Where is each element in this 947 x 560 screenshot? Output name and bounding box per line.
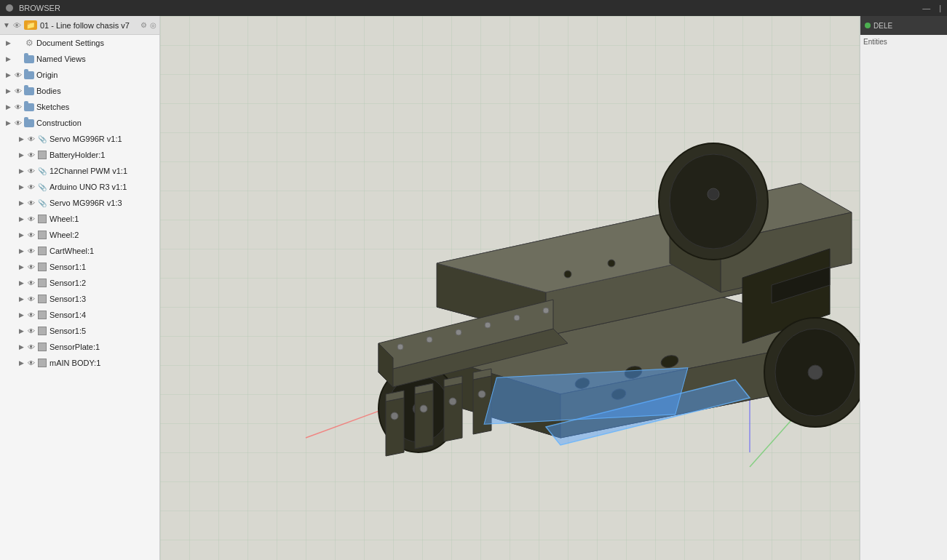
eye-icon-origin[interactable]: 👁 bbox=[13, 70, 23, 80]
tree-label-wheel2: Wheel:2 bbox=[49, 231, 79, 239]
tree-item-sensor2[interactable]: ▶👁Sensor1:2 bbox=[0, 275, 159, 291]
title-bar-pipe: | bbox=[939, 4, 941, 12]
eye-icon-wheel1[interactable]: 👁 bbox=[26, 214, 36, 224]
tree-item-pwm[interactable]: ▶👁📎12Channel PWM v1:1 bbox=[0, 163, 159, 179]
eye-icon-construction[interactable]: 👁 bbox=[13, 118, 23, 128]
tree-item-servo3[interactable]: ▶👁📎Servo MG996R v1:3 bbox=[0, 195, 159, 211]
svg-point-33 bbox=[543, 308, 549, 313]
tree-toggle-wheel2[interactable]: ▶ bbox=[16, 230, 26, 240]
doc-settings-icon[interactable]: ⚙ bbox=[140, 21, 147, 29]
document-tab-label: 01 - Line follow chasis v7 bbox=[40, 21, 138, 30]
eye-icon-battery[interactable]: 👁 bbox=[26, 150, 36, 160]
tree-icon-servo3: 📎 bbox=[36, 197, 48, 209]
eye-icon-bodies[interactable]: 👁 bbox=[13, 86, 23, 96]
eye-icon[interactable]: 👁 bbox=[13, 21, 21, 30]
tree-label-sensor5: Sensor1:5 bbox=[49, 327, 86, 335]
tree-icon-cartwheel bbox=[36, 245, 48, 257]
tree-toggle-sensorplate[interactable]: ▶ bbox=[16, 342, 26, 352]
tree-toggle-battery[interactable]: ▶ bbox=[16, 150, 26, 160]
tree-icon-named-views bbox=[23, 53, 35, 65]
eye-icon-sketches[interactable]: 👁 bbox=[13, 102, 23, 112]
tree-toggle-sensor1[interactable]: ▶ bbox=[16, 262, 26, 272]
tree-toggle-construction[interactable]: ▶ bbox=[3, 118, 13, 128]
tree-label-bodies: Bodies bbox=[36, 87, 61, 95]
folder-icon-origin bbox=[24, 71, 34, 79]
eye-icon-sensorplate[interactable]: 👁 bbox=[26, 342, 36, 352]
tree-item-servo1[interactable]: ▶👁📎Servo MG996R v1:1 bbox=[0, 131, 159, 147]
tree-icon-sketches bbox=[23, 101, 35, 113]
tree-item-mainbody[interactable]: ▶👁mAIN BODY:1 bbox=[0, 355, 159, 371]
tree-toggle-cartwheel[interactable]: ▶ bbox=[16, 246, 26, 256]
tree-icon-sensor3 bbox=[36, 293, 48, 305]
tree-toggle-sketches[interactable]: ▶ bbox=[3, 102, 13, 112]
eye-icon-cartwheel[interactable]: 👁 bbox=[26, 246, 36, 256]
tree-item-origin[interactable]: ▶👁Origin bbox=[0, 67, 159, 83]
eye-icon-wheel2[interactable]: 👁 bbox=[26, 230, 36, 240]
eye-icon-arduino[interactable]: 👁 bbox=[26, 182, 36, 192]
robot-model-svg bbox=[306, 60, 860, 554]
tree-item-construction[interactable]: ▶👁Construction bbox=[0, 115, 159, 131]
svg-point-24 bbox=[708, 188, 719, 200]
eye-icon-servo1[interactable]: 👁 bbox=[26, 134, 36, 144]
right-panel-title: DELE bbox=[873, 22, 892, 30]
eye-icon-servo3[interactable]: 👁 bbox=[26, 198, 36, 208]
document-tab[interactable]: ▼ 👁 📁 01 - Line follow chasis v7 ⚙ ◎ bbox=[0, 16, 159, 35]
tree-item-wheel2[interactable]: ▶👁Wheel:2 bbox=[0, 227, 159, 243]
tree-item-sensor5[interactable]: ▶👁Sensor1:5 bbox=[0, 323, 159, 339]
tree-icon-wheel1 bbox=[36, 213, 48, 225]
tree-item-sensor3[interactable]: ▶👁Sensor1:3 bbox=[0, 291, 159, 307]
tree-toggle-arduino[interactable]: ▶ bbox=[16, 182, 26, 192]
doc-lock-icon[interactable]: ◎ bbox=[150, 21, 156, 29]
tree-toggle-wheel1[interactable]: ▶ bbox=[16, 214, 26, 224]
eye-icon-sensor2[interactable]: 👁 bbox=[26, 278, 36, 288]
body-icon-wheel1 bbox=[38, 215, 47, 223]
svg-point-51 bbox=[564, 271, 571, 278]
tree-toggle-sensor3[interactable]: ▶ bbox=[16, 294, 26, 304]
tree-item-sensor4[interactable]: ▶👁Sensor1:4 bbox=[0, 307, 159, 323]
tree-icon-servo1: 📎 bbox=[36, 133, 48, 145]
tree-toggle-bodies[interactable]: ▶ bbox=[3, 86, 13, 96]
right-panel-body: Entities bbox=[860, 35, 947, 560]
tree-icon-bodies bbox=[23, 85, 35, 97]
eye-icon-sensor5[interactable]: 👁 bbox=[26, 326, 36, 336]
eye-icon-sensor3[interactable]: 👁 bbox=[26, 294, 36, 304]
tree-toggle-mainbody[interactable]: ▶ bbox=[16, 358, 26, 368]
eye-icon-mainbody[interactable]: 👁 bbox=[26, 358, 36, 368]
tree-item-sensor1[interactable]: ▶👁Sensor1:1 bbox=[0, 259, 159, 275]
body-icon-sensorplate bbox=[38, 343, 47, 351]
tree-item-sketches[interactable]: ▶👁Sketches bbox=[0, 99, 159, 115]
eye-icon-pwm[interactable]: 👁 bbox=[26, 166, 36, 176]
svg-point-30 bbox=[456, 329, 461, 335]
tree-icon-sensor4 bbox=[36, 309, 48, 321]
eye-icon-sensor1[interactable]: 👁 bbox=[26, 262, 36, 272]
tree-icon-wheel2 bbox=[36, 229, 48, 241]
tree-toggle-sensor2[interactable]: ▶ bbox=[16, 278, 26, 288]
tree-item-cartwheel[interactable]: ▶👁CartWheel:1 bbox=[0, 243, 159, 259]
tree-icon-construction bbox=[23, 117, 35, 129]
tree-toggle-sensor4[interactable]: ▶ bbox=[16, 310, 26, 320]
svg-point-28 bbox=[397, 344, 403, 350]
tree-toggle-sensor5[interactable]: ▶ bbox=[16, 326, 26, 336]
tree-item-sensorplate[interactable]: ▶👁SensorPlate:1 bbox=[0, 339, 159, 355]
title-bar-dot bbox=[6, 4, 13, 12]
tree-item-doc-settings[interactable]: ▶⚙Document Settings bbox=[0, 35, 159, 51]
tree-toggle-pwm[interactable]: ▶ bbox=[16, 166, 26, 176]
expand-all-icon[interactable]: ▼ bbox=[3, 21, 10, 29]
tree-icon-sensor5 bbox=[36, 325, 48, 337]
title-bar-close[interactable]: — bbox=[922, 4, 930, 12]
tree-toggle-servo3[interactable]: ▶ bbox=[16, 198, 26, 208]
tree-toggle-servo1[interactable]: ▶ bbox=[16, 134, 26, 144]
tree-toggle-origin[interactable]: ▶ bbox=[3, 70, 13, 80]
tree-item-arduino[interactable]: ▶👁📎Arduino UNO R3 v1:1 bbox=[0, 179, 159, 195]
tree-item-bodies[interactable]: ▶👁Bodies bbox=[0, 83, 159, 99]
viewport-3d[interactable] bbox=[160, 16, 860, 560]
tree-item-wheel1[interactable]: ▶👁Wheel:1 bbox=[0, 211, 159, 227]
tree-toggle-doc-settings[interactable]: ▶ bbox=[3, 38, 13, 48]
tree-item-named-views[interactable]: ▶Named Views bbox=[0, 51, 159, 67]
folder-icon-bodies bbox=[24, 87, 34, 95]
body-icon-sensor3 bbox=[38, 295, 47, 303]
tree-item-battery[interactable]: ▶👁BatteryHolder:1 bbox=[0, 147, 159, 163]
folder-icon-construction bbox=[24, 119, 34, 127]
eye-icon-sensor4[interactable]: 👁 bbox=[26, 310, 36, 320]
tree-toggle-named-views[interactable]: ▶ bbox=[3, 54, 13, 64]
